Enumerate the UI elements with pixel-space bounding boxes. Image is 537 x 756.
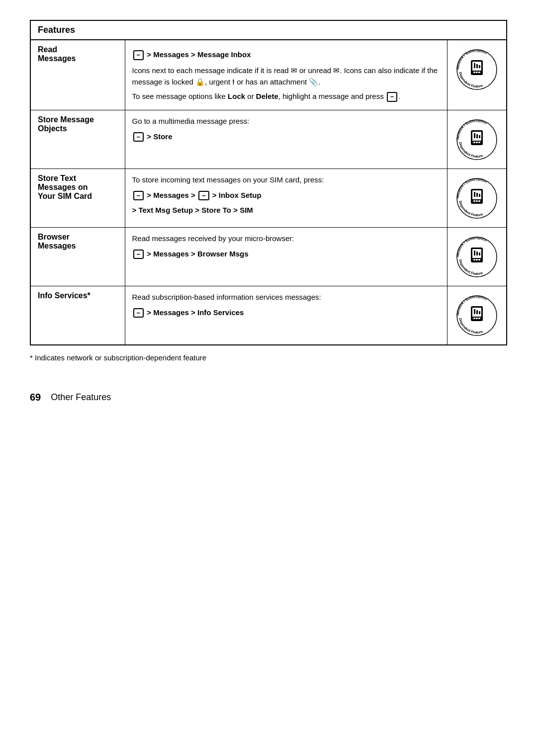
menu-btn-store-text-1: − (133, 191, 144, 201)
table-header: Features (30, 20, 507, 40)
page-number: 69 (30, 392, 41, 403)
desc-info-1: Read subscription-based information serv… (132, 291, 440, 303)
desc-read-2: To see message options like Lock or Dele… (132, 90, 440, 102)
page-footer: 69 Other Features (30, 392, 507, 403)
svg-rect-7 (478, 72, 480, 73)
table-row: ReadMessages − > Messages > Message Inbo… (30, 40, 507, 110)
svg-rect-10 (479, 65, 480, 68)
svg-rect-28 (476, 200, 478, 202)
footer-note: * Indicates network or subscription-depe… (30, 353, 507, 362)
svg-rect-50 (476, 318, 478, 319)
page-section: Other Features (51, 392, 111, 403)
network-subscription-icon-store-msg: Network / Subscription Dependent Feature (454, 117, 499, 162)
description-store-text: To store incoming text messages on your … (125, 169, 447, 228)
svg-rect-6 (476, 72, 478, 73)
menu-btn-read-2: − (387, 92, 398, 102)
table-row: Store TextMessages onYour SIM Card To st… (30, 169, 507, 228)
icon-info: Network / Subscription Dependent Feature (447, 286, 507, 345)
desc-browser-1: Read messages received by your micro-bro… (132, 233, 440, 244)
svg-rect-54 (479, 311, 480, 314)
svg-rect-53 (476, 310, 478, 314)
svg-rect-30 (474, 192, 475, 197)
svg-rect-40 (478, 259, 480, 260)
feature-label-info: Info Services* (30, 286, 125, 345)
table-row: Info Services* Read subscription-based i… (30, 286, 507, 345)
icon-store-text: Network / Subscription Dependent Feature (447, 169, 507, 228)
svg-rect-27 (473, 200, 475, 202)
icon-store-msg: Network / Subscription Dependent Feature (447, 110, 507, 169)
desc-read-1: Icons next to each message indicate if i… (132, 65, 440, 88)
svg-rect-41 (474, 251, 475, 255)
icon-read: Network / Subscription Dependent Feature (447, 40, 507, 110)
menu-btn-browser: − (133, 250, 144, 259)
network-subscription-icon-read: Network / Subscription Dependent Feature (454, 47, 499, 92)
svg-rect-49 (473, 318, 475, 319)
svg-rect-51 (478, 318, 480, 319)
menu-path-info: − > Messages > Info Services (132, 307, 440, 319)
page-content: Features ReadMessages − > Messages > Mes… (30, 20, 507, 403)
svg-rect-17 (476, 142, 478, 143)
menu-path-store-msg: − > Store (132, 131, 440, 143)
description-read: − > Messages > Message Inbox Icons next … (125, 40, 447, 110)
feature-label-store-text: Store TextMessages onYour SIM Card (30, 169, 125, 228)
menu-path-store-text-2: > Text Msg Setup > Store To > SIM (132, 205, 440, 216)
svg-rect-32 (479, 194, 480, 197)
feature-label-browser: BrowserMessages (30, 228, 125, 286)
table-header-row: Features (30, 20, 507, 40)
feature-label-read: ReadMessages (30, 40, 125, 110)
menu-btn-read-1: − (133, 50, 144, 60)
menu-btn-store-msg: − (133, 132, 144, 142)
network-subscription-icon-browser: Network / Subscription Dependent Feature (454, 235, 499, 279)
svg-rect-19 (474, 133, 475, 138)
feature-label-store-msg: Store MessageObjects (30, 110, 125, 169)
network-subscription-icon-info: Network / Subscription Dependent Feature (454, 293, 499, 338)
network-subscription-icon-store-text: Network / Subscription Dependent Feature (454, 176, 499, 221)
svg-rect-21 (479, 135, 480, 138)
svg-rect-42 (476, 252, 478, 255)
svg-rect-31 (476, 193, 478, 197)
svg-rect-9 (476, 64, 478, 68)
description-browser: Read messages received by your micro-bro… (125, 228, 447, 286)
svg-rect-29 (478, 200, 480, 202)
table-row: BrowserMessages Read messages received b… (30, 228, 507, 286)
svg-rect-20 (476, 134, 478, 138)
menu-path-store-text: − > Messages > − > Inbox Setup (132, 190, 440, 201)
features-table: Features ReadMessages − > Messages > Mes… (30, 20, 507, 345)
desc-store-text-1: To store incoming text messages on your … (132, 174, 440, 185)
svg-rect-18 (478, 142, 480, 143)
description-info: Read subscription-based information serv… (125, 286, 447, 345)
menu-path-read: − > Messages > Message Inbox (132, 49, 440, 61)
svg-rect-16 (473, 142, 475, 143)
description-store-msg: Go to a multimedia message press: − > St… (125, 110, 447, 169)
svg-rect-5 (473, 72, 475, 73)
menu-btn-store-text-2: − (198, 191, 209, 201)
table-row: Store MessageObjects Go to a multimedia … (30, 110, 507, 169)
desc-store-msg-1: Go to a multimedia message press: (132, 115, 440, 127)
menu-btn-info: − (133, 308, 144, 318)
menu-path-browser: − > Messages > Browser Msgs (132, 249, 440, 260)
svg-rect-39 (476, 259, 478, 260)
svg-rect-43 (479, 252, 480, 255)
svg-rect-38 (473, 259, 475, 260)
svg-rect-8 (474, 63, 475, 68)
icon-browser: Network / Subscription Dependent Feature (447, 228, 507, 286)
svg-rect-52 (474, 309, 475, 314)
